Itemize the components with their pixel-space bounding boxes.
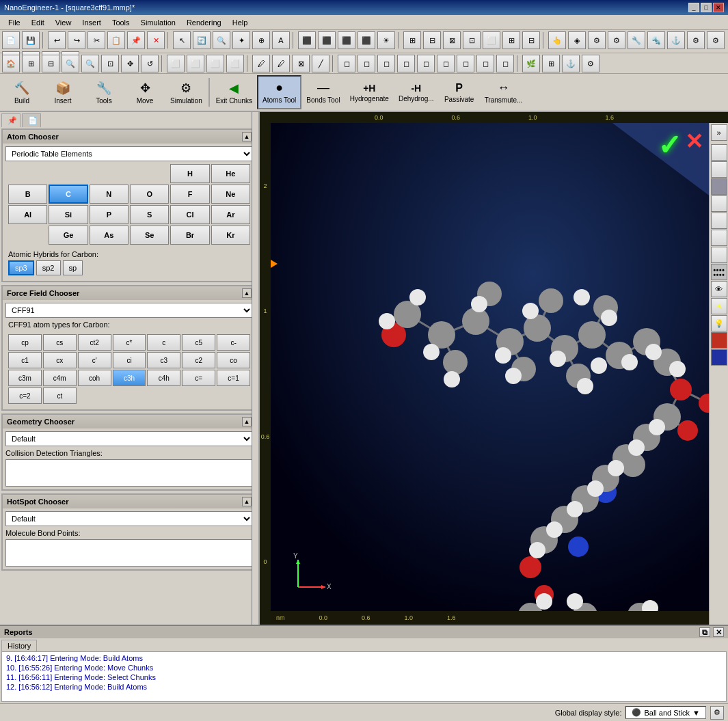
tb-zoom-in[interactable]: 🔍 [213,31,230,49]
tb2-3[interactable]: ⊟ [42,55,59,72]
element-N[interactable]: N [90,185,129,204]
ff-type-c3h[interactable]: c3h [113,370,146,386]
tb-n3[interactable]: ⚙ [588,31,606,49]
tb-redo[interactable]: ↪ [68,31,85,49]
hotspot-dropdown[interactable]: Default [5,511,253,526]
tb2-cube6[interactable]: ◻ [437,55,455,72]
tb2-motor[interactable]: ⚙ [582,55,599,72]
reports-restore[interactable]: ⧉ [699,627,710,637]
tb-atom5[interactable]: ☀ [377,31,395,49]
reports-close[interactable]: ✕ [713,627,724,637]
cancel-xmark[interactable]: ✕ [685,128,703,154]
tb-cut[interactable]: ✂ [87,31,105,49]
tb-m3[interactable]: ⊠ [443,31,461,49]
right-btn-2[interactable] [711,161,727,178]
build-tool-hydrogenate[interactable]: +H Hydrogenate [345,75,394,109]
tb-n4[interactable]: ⚙ [608,31,625,49]
element-F[interactable]: F [170,185,209,204]
tb2-r4[interactable]: ⬜ [226,55,244,72]
element-Si[interactable]: Si [49,205,87,224]
right-btn-4[interactable] [711,213,727,229]
ff-type-cstar[interactable]: c* [113,334,146,351]
right-btn-6[interactable] [711,247,727,263]
ff-type-ct[interactable]: ct [43,387,77,404]
tb-atom3[interactable]: ⬛ [338,31,355,49]
build-tool-atoms-tool[interactable]: ● Atoms Tool [257,75,301,109]
element-Ge[interactable]: Ge [49,226,87,245]
tb-m1[interactable]: ⊞ [403,31,421,49]
tb-select[interactable]: ↖ [173,31,191,49]
ff-type-c[interactable]: c [147,334,180,351]
geometry-dropdown[interactable]: Default [5,431,253,446]
tb2-cube5[interactable]: ◻ [417,55,435,72]
tb2-2[interactable]: ⊞ [22,55,40,72]
tb-n2[interactable]: ◈ [568,31,586,49]
tb2-cube3[interactable]: ◻ [377,55,395,72]
tb2-1[interactable]: 🏠 [2,55,20,72]
element-Se[interactable]: Se [130,226,169,245]
build-tool-bonds-tool[interactable]: — Bonds Tool [301,75,345,109]
right-btn-blue-sq[interactable] [711,349,727,366]
right-btn-3[interactable] [711,195,727,212]
tb2-pick2[interactable]: 🖊 [272,55,290,72]
periodic-table-dropdown[interactable]: Periodic Table Elements Favorites Custom [5,146,253,161]
tb-m6[interactable]: ⊞ [502,31,520,49]
tb-copy[interactable]: 📋 [107,31,125,49]
ff-type-c3m[interactable]: c3m [8,370,42,386]
ff-type-c4m[interactable]: c4m [43,370,77,386]
geometry-chooser-header[interactable]: Geometry Chooser ▲ [3,415,256,428]
tb2-r3[interactable]: ⬜ [206,55,224,72]
right-btn-pattern[interactable] [711,178,727,195]
element-S[interactable]: S [130,205,169,224]
tb-m7[interactable]: ⊟ [522,31,540,49]
tb2-cube4[interactable]: ◻ [397,55,415,72]
right-btn-expand[interactable]: » [711,124,727,141]
menu-help[interactable]: Help [227,17,254,28]
right-btn-eye[interactable]: 👁 [711,281,727,297]
build-tool-transmute[interactable]: ↔ Transmute... [480,75,528,109]
geo-chooser-collapse[interactable]: ▲ [242,417,252,426]
ff-type-cx[interactable]: cx [43,352,77,368]
reports-content[interactable]: 9. [16:46:17] Entering Mode: Build Atoms… [1,651,727,702]
ff-type-ci[interactable]: ci [113,352,146,368]
3d-viewport[interactable]: X Y ✓ ✕ nm 0.0 0.6 1.0 1.6 [271,123,709,625]
ff-type-c2[interactable]: c2 [182,352,215,368]
ff-type-cprime[interactable]: c' [78,352,111,368]
tb2-anchor[interactable]: ⊠ [292,55,310,72]
tb2-pick[interactable]: 🖊 [252,55,270,72]
tb-tool1[interactable]: ✦ [232,31,250,49]
element-Al[interactable]: Al [8,205,47,224]
tb2-cube7[interactable]: ◻ [457,55,474,72]
accept-checkmark[interactable]: ✓ [658,128,682,162]
tb-tool3[interactable]: A [272,31,290,49]
element-Cl[interactable]: Cl [170,205,209,224]
ff-type-coh[interactable]: coh [78,370,111,386]
ff-type-ceq[interactable]: c= [182,370,215,386]
hotspot-chooser-header[interactable]: HotSpot Chooser ▲ [3,495,256,508]
right-btn-red-sq[interactable] [711,332,727,349]
tb2-cube1[interactable]: ◻ [338,55,355,72]
ff-type-cs[interactable]: cs [43,334,77,351]
element-P[interactable]: P [90,205,129,224]
tb-n9[interactable]: ⚙ [707,31,725,49]
tb-cursor[interactable]: 👆 [548,31,566,49]
tb-atom1[interactable]: ⬛ [298,31,316,49]
element-C[interactable]: C [49,185,87,204]
element-As[interactable]: As [90,226,129,245]
reports-tab-history[interactable]: History [1,640,37,651]
tb-undo[interactable]: ↩ [48,31,66,49]
tb2-zoom-in[interactable]: 🔍 [81,55,99,72]
hybrid-sp3[interactable]: sp3 [8,260,34,275]
right-btn-1[interactable] [711,144,727,161]
element-H[interactable]: H [170,164,209,183]
element-Kr[interactable]: Kr [211,226,250,245]
left-panel-scrollbar[interactable] [252,112,258,625]
menu-insert[interactable]: Insert [77,17,107,28]
close-button[interactable]: ✕ [713,3,724,12]
ff-type-cminus[interactable]: c- [217,334,250,351]
tb2-r2[interactable]: ⬜ [187,55,204,72]
element-Ne[interactable]: Ne [211,185,250,204]
ff-type-ct2[interactable]: ct2 [78,334,111,351]
ff-dropdown[interactable]: CFF91 AMBER GAFF [5,303,253,318]
ff-type-c5[interactable]: c5 [182,334,215,351]
